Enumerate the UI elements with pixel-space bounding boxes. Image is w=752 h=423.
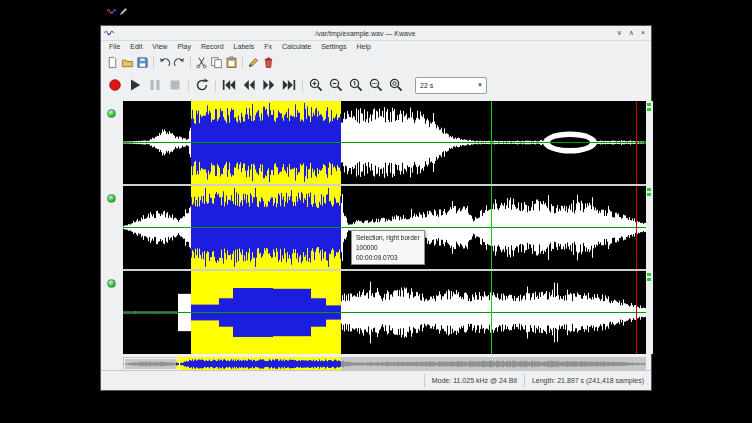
forward-button[interactable] [259,75,279,95]
skip-end-button[interactable] [279,75,299,95]
pause-icon [147,77,163,93]
loop-button[interactable] [192,75,212,95]
title-bar[interactable]: /var/tmp/example.wav — Kwave ∨ ∧ × [101,26,651,41]
track-2-led-button[interactable] [107,194,116,203]
menu-item-view[interactable]: View [147,40,172,53]
status-length: Length: 21.897 s (241,418 samples) [524,374,651,387]
minimize-button[interactable]: ∨ [617,29,622,37]
record-button[interactable] [105,75,125,95]
play-button[interactable] [125,75,145,95]
paste-button[interactable] [224,55,239,70]
new-file-icon [106,56,119,69]
menu-item-labels[interactable]: Labels [229,40,260,53]
toolbar-separator [302,79,303,92]
close-button[interactable]: × [641,29,645,37]
menu-item-help[interactable]: Help [352,40,376,53]
open-file-icon [121,56,134,69]
copy-icon [210,56,223,69]
stop-icon [167,77,183,93]
playback-buttons [105,75,406,95]
track-3-led-button[interactable] [107,279,116,288]
desktop-icons [107,7,127,16]
tooltip-title: Selection, right border [356,233,420,243]
window-title: /var/tmp/example.wav — Kwave [114,30,617,37]
track-control-strip [101,101,123,354]
playback-toolbar: 22 s ▼ [101,72,651,98]
menu-item-settings[interactable]: Settings [316,40,351,53]
redo-button[interactable] [172,55,187,70]
selection-tooltip: Selection, right border 100000 00:00:09.… [351,230,425,265]
undo-icon [158,56,171,69]
track-2-marker [647,193,651,196]
tooltip-samples: 100000 [356,243,420,253]
menu-item-file[interactable]: File [104,40,125,53]
kwave-mini-icon[interactable] [107,7,116,16]
save-file-icon [136,56,149,69]
pause-button[interactable] [145,75,165,95]
loop-icon [194,77,210,93]
track-3-marker [647,278,651,281]
overview-bar[interactable] [123,357,646,371]
save-file-button[interactable] [135,55,150,70]
waveform-track-3[interactable] [123,271,646,354]
zoom-out-icon [328,77,344,93]
zoom-original-button[interactable] [346,75,366,95]
copy-button[interactable] [209,55,224,70]
zoom-value: 22 s [416,82,474,89]
zoom-selection-icon [368,77,384,93]
menu-item-fx[interactable]: Fx [259,40,277,53]
track-3-marker [647,273,651,276]
cut-icon [195,56,208,69]
status-mode: Mode: 11.025 kHz @ 24 Bit [424,374,524,387]
stop-button[interactable] [165,75,185,95]
zoom-original-icon [348,77,364,93]
toolbar-separator [188,79,189,92]
cut-button[interactable] [194,55,209,70]
forward-icon [261,77,277,93]
new-file-button[interactable] [105,55,120,70]
open-file-button[interactable] [120,55,135,70]
window-controls: ∨ ∧ × [617,29,645,37]
tracks [123,101,646,354]
rewind-button[interactable] [239,75,259,95]
paste-icon [225,56,238,69]
zoom-out-button[interactable] [326,75,346,95]
file-toolbar [101,53,651,72]
waveform-track-1[interactable] [123,101,646,184]
overview-widget [123,357,646,371]
desktop: /var/tmp/example.wav — Kwave ∨ ∧ × FileE… [0,0,752,423]
pen-button[interactable] [246,55,261,70]
status-bar: Mode: 11.025 kHz @ 24 Bit Length: 21.897… [101,370,651,390]
delete-button[interactable] [261,55,276,70]
zoom-in-button[interactable] [306,75,326,95]
track-1-marker [647,108,651,111]
menu-item-edit[interactable]: Edit [125,40,147,53]
menu-item-record[interactable]: Record [196,40,229,53]
menu-item-calculate[interactable]: Calculate [277,40,316,53]
track-2-marker [647,188,651,191]
maximize-button[interactable]: ∧ [629,29,634,37]
skip-start-button[interactable] [219,75,239,95]
toolbar-separator [153,56,154,69]
pen-icon [247,56,260,69]
app-icon [104,28,114,38]
zoom-combobox[interactable]: 22 s ▼ [415,77,487,94]
menu-item-play[interactable]: Play [172,40,196,53]
menu-bar: FileEditViewPlayRecordLabelsFxCalculateS… [101,40,651,53]
tooltip-time: 00:00:09.0703 [356,253,420,263]
chevron-down-icon: ▼ [474,82,486,88]
play-icon [127,77,143,93]
track-1-led-button[interactable] [107,109,116,118]
zoom-all-button[interactable] [386,75,406,95]
skip-start-icon [221,77,237,93]
record-icon [107,77,123,93]
zoom-selection-button[interactable] [366,75,386,95]
rewind-icon [241,77,257,93]
redo-icon [173,56,186,69]
toolbar-separator [215,79,216,92]
undo-button[interactable] [157,55,172,70]
skip-end-icon [281,77,297,93]
zoom-in-icon [308,77,324,93]
zoom-all-icon [388,77,404,93]
pen-mini-icon[interactable] [119,8,127,16]
